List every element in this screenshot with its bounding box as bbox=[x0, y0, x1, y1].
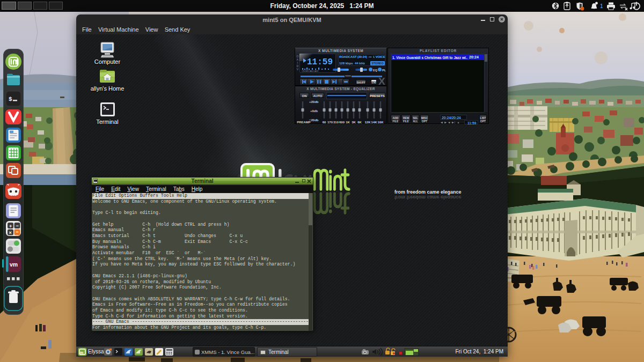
svg-text:−: − bbox=[16, 223, 19, 228]
svg-text:vm: vm bbox=[10, 261, 18, 268]
svg-text:PREAMP: PREAMP bbox=[297, 121, 311, 124]
svg-text:1: 1 bbox=[600, 3, 603, 9]
svg-text:$: $ bbox=[9, 96, 12, 102]
svg-text:m: m bbox=[80, 351, 83, 354]
svg-text:310: 310 bbox=[333, 121, 339, 124]
svg-text:60: 60 bbox=[323, 121, 326, 124]
svg-text:+: + bbox=[9, 224, 12, 229]
svg-text:14K: 14K bbox=[371, 121, 377, 124]
svg-text:=: = bbox=[16, 230, 19, 235]
svg-text:16K: 16K bbox=[377, 121, 384, 124]
svg-text:12K: 12K bbox=[364, 121, 371, 124]
svg-text:170: 170 bbox=[327, 121, 333, 124]
svg-text:3K: 3K bbox=[352, 121, 356, 124]
svg-text:1K: 1K bbox=[346, 121, 350, 124]
svg-text:600: 600 bbox=[339, 121, 345, 124]
svg-text:×: × bbox=[9, 230, 12, 235]
svg-text:ON BROADCAST: ON BROADCAST bbox=[302, 70, 319, 72]
svg-text:6K: 6K bbox=[357, 121, 362, 124]
